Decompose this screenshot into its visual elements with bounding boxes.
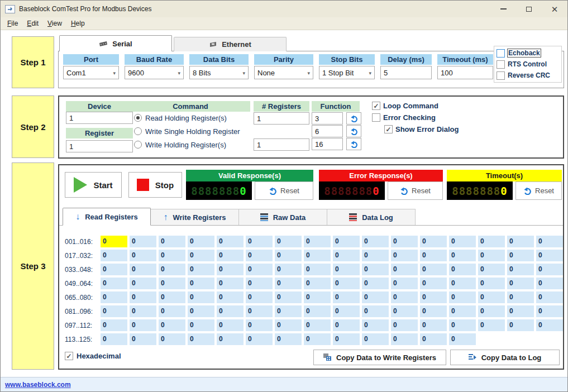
register-cell[interactable]: 0	[188, 333, 214, 345]
timeout-input[interactable]	[441, 66, 490, 79]
reverse-crc-checkbox[interactable]: Reverse CRC	[497, 70, 559, 81]
function-write-single-input[interactable]	[312, 126, 342, 137]
register-cell[interactable]: 0	[449, 236, 476, 247]
tab-raw-data[interactable]: Raw Data	[239, 209, 327, 225]
register-cell[interactable]: 0	[536, 236, 563, 247]
register-cell[interactable]: 0	[188, 319, 214, 331]
baud-rate-select[interactable]: 9600▾	[125, 66, 184, 79]
register-cell[interactable]: 0	[362, 278, 389, 289]
register-cell[interactable]: 0	[275, 305, 302, 317]
menu-item-help[interactable]: Help	[66, 18, 89, 29]
register-cell[interactable]: 0	[130, 305, 156, 317]
num-registers-write-input[interactable]	[254, 139, 309, 150]
register-cell[interactable]: 0	[420, 264, 447, 275]
register-cell[interactable]: 0	[246, 264, 273, 275]
register-cell[interactable]: 0	[217, 264, 244, 275]
register-cell[interactable]: 0	[101, 319, 127, 331]
register-cell[interactable]: 0	[101, 278, 127, 289]
register-cell[interactable]: 0	[507, 236, 534, 247]
num-registers-read-input[interactable]	[254, 113, 309, 124]
register-cell[interactable]: 0	[304, 319, 331, 331]
parity-select[interactable]: None▾	[254, 66, 313, 79]
register-cell[interactable]: 0	[130, 236, 156, 247]
register-cell[interactable]: 0	[246, 250, 273, 261]
register-cell[interactable]: 0	[304, 291, 331, 303]
register-cell[interactable]: 0	[159, 291, 185, 303]
register-cell[interactable]: 0	[130, 319, 156, 331]
register-cell[interactable]: 0	[217, 278, 244, 289]
baseblock-link[interactable]: www.baseblock.com	[5, 381, 71, 389]
register-cell[interactable]: 0	[449, 319, 476, 331]
register-cell[interactable]: 0	[362, 236, 389, 247]
register-cell[interactable]: 0	[536, 319, 563, 331]
register-cell[interactable]: 0	[507, 305, 534, 317]
register-cell[interactable]: 0	[101, 250, 127, 261]
register-cell[interactable]: 0	[275, 333, 302, 345]
register-cell[interactable]: 0	[159, 305, 185, 317]
tab-write-registers[interactable]: ↑ Write Registers	[151, 209, 239, 225]
register-cell[interactable]: 0	[130, 264, 156, 275]
register-cell[interactable]: 0	[362, 264, 389, 275]
error-checking-checkbox[interactable]: Error Checking	[372, 112, 459, 123]
register-cell[interactable]: 0	[101, 236, 127, 247]
register-cell[interactable]: 0	[507, 264, 534, 275]
register-cell[interactable]: 0	[478, 264, 505, 275]
register-cell[interactable]: 0	[507, 250, 534, 261]
register-cell[interactable]: 0	[420, 319, 447, 331]
register-cell[interactable]: 0	[304, 264, 331, 275]
register-cell[interactable]: 0	[449, 291, 476, 303]
radio-write-holding[interactable]: Write Holding Register(s)	[134, 139, 226, 150]
register-cell[interactable]: 0	[536, 278, 563, 289]
register-cell[interactable]: 0	[304, 278, 331, 289]
register-cell[interactable]: 0	[101, 305, 127, 317]
register-cell[interactable]: 0	[246, 305, 273, 317]
function-write-multi-reset-button[interactable]	[346, 138, 361, 150]
register-cell[interactable]: 0	[536, 305, 563, 317]
register-cell[interactable]: 0	[188, 291, 214, 303]
register-cell[interactable]: 0	[159, 333, 185, 345]
register-cell[interactable]: 0	[478, 319, 505, 331]
register-cell[interactable]: 0	[449, 278, 476, 289]
register-cell[interactable]: 0	[304, 236, 331, 247]
delay-input[interactable]	[384, 66, 428, 79]
register-cell[interactable]: 0	[420, 278, 447, 289]
menu-item-file[interactable]: File	[3, 18, 22, 29]
register-cell[interactable]: 0	[101, 333, 127, 345]
register-cell[interactable]: 0	[304, 305, 331, 317]
register-cell[interactable]: 0	[217, 305, 244, 317]
register-cell[interactable]: 0	[391, 333, 418, 345]
register-cell[interactable]: 0	[130, 278, 156, 289]
register-cell[interactable]: 0	[275, 291, 302, 303]
register-cell[interactable]: 0	[507, 291, 534, 303]
register-cell[interactable]: 0	[101, 291, 127, 303]
function-read-input[interactable]	[312, 113, 342, 124]
register-cell[interactable]: 0	[420, 305, 447, 317]
port-select[interactable]: Com1▾	[63, 66, 119, 79]
register-cell[interactable]: 0	[449, 250, 476, 261]
register-cell[interactable]: 0	[391, 319, 418, 331]
register-cell[interactable]: 0	[333, 305, 360, 317]
register-cell[interactable]: 0	[246, 278, 273, 289]
register-cell[interactable]: 0	[130, 291, 156, 303]
tab-data-log[interactable]: Data Log	[327, 209, 416, 225]
register-cell[interactable]: 0	[507, 319, 534, 331]
register-cell[interactable]: 0	[159, 250, 185, 261]
register-cell[interactable]: 0	[391, 278, 418, 289]
register-cell[interactable]: 0	[217, 236, 244, 247]
register-cell[interactable]: 0	[362, 333, 389, 345]
register-cell[interactable]: 0	[159, 278, 185, 289]
register-cell[interactable]: 0	[362, 319, 389, 331]
error-response-reset-button[interactable]: Reset	[388, 181, 443, 200]
register-cell[interactable]: 0	[217, 291, 244, 303]
register-cell[interactable]: 0	[391, 291, 418, 303]
register-cell[interactable]: 0	[101, 264, 127, 275]
register-cell[interactable]: 0	[420, 236, 447, 247]
register-cell[interactable]: 0	[275, 278, 302, 289]
menu-item-edit[interactable]: Edit	[22, 18, 43, 29]
register-cell[interactable]: 0	[391, 236, 418, 247]
function-write-multi-input[interactable]	[312, 138, 342, 150]
register-cell[interactable]: 0	[507, 278, 534, 289]
register-cell[interactable]: 0	[362, 305, 389, 317]
stop-button[interactable]: Stop	[128, 172, 182, 198]
register-cell[interactable]: 0	[333, 319, 360, 331]
